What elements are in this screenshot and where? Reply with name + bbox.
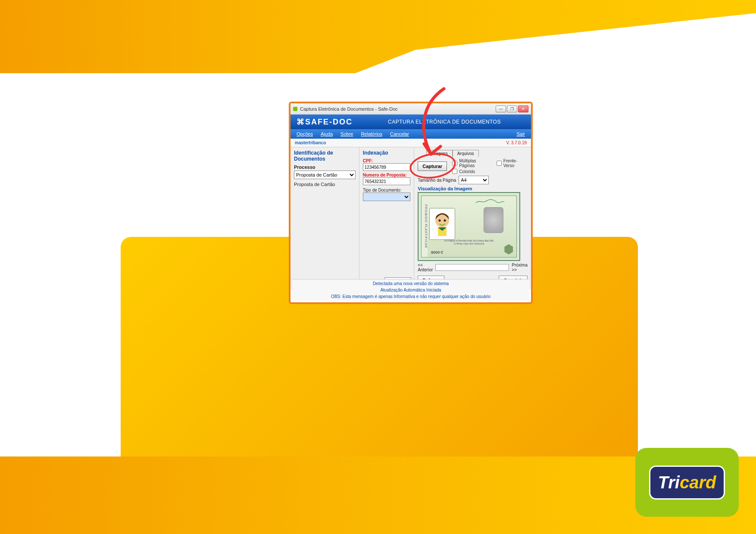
id-fingerprint <box>484 207 503 233</box>
panel-indexacao: Indexação CPF: Numero de Proposta: Tipo … <box>359 147 415 289</box>
window-title: Captura Eletrônica de Documentos - Safe-… <box>300 106 493 112</box>
id-crest-icon <box>504 244 513 255</box>
numprop-input[interactable] <box>363 177 411 185</box>
colorido-checkbox[interactable] <box>452 169 457 174</box>
banner-caption: CAPTURA ELETRÔNICA DE DOCUMENTOS <box>364 119 525 125</box>
id-number: 2-0008 <box>431 250 443 255</box>
page-number-input[interactable] <box>435 264 509 271</box>
proxima-link[interactable]: Próxima >> <box>512 263 528 272</box>
id-proibido-text: PROIBIDO PLASTIFICAR <box>422 196 428 257</box>
tab-arquivos[interactable]: Arquivos <box>453 150 479 157</box>
status-line-1: Detectada uma nova versão do sistema <box>292 280 529 287</box>
menu-ajuda[interactable]: Ajuda <box>321 131 333 137</box>
anterior-link[interactable]: << Anterior <box>418 263 433 272</box>
id-photo <box>429 208 455 240</box>
close-button[interactable]: ✕ <box>518 106 528 112</box>
id-state-line2: SECRETARIA DE SEGURANÇA PÚBLICA <box>444 239 494 242</box>
multipaginas-checkbox[interactable] <box>452 161 457 166</box>
tricard-suffix: card <box>680 473 716 492</box>
colorido-label: Colorido <box>459 169 475 174</box>
menu-cancelar[interactable]: Cancelar <box>390 131 409 137</box>
app-name: SAFE-DOC <box>305 118 353 126</box>
capture-row: Capturar Múltiplas Páginas Frente-Verso … <box>418 158 528 174</box>
page-nav-row: << Anterior Próxima >> <box>418 263 528 272</box>
id-state-text: ESTADO DE SÃO PAULO SECRETARIA DE SEGURA… <box>422 239 516 245</box>
numprop-label: Numero de Proposta: <box>363 173 411 177</box>
colorido-check[interactable]: Colorido <box>452 169 528 174</box>
image-tabs: Imagens Arquivos <box>426 150 528 157</box>
app-logo-text: ⌘SAFE-DOC <box>297 117 353 127</box>
version-label: V. 3.7.0.19 <box>506 140 527 145</box>
tipodoc-select[interactable] <box>363 192 411 201</box>
status-line-3: OBS: Esta mensagem é apenas Informativa … <box>292 293 529 300</box>
menu-bar: Opções Ajuda Sobre Relatórios Cancelar S… <box>291 129 531 139</box>
tab-imagens[interactable]: Imagens <box>426 150 452 157</box>
cpf-input[interactable] <box>363 163 411 171</box>
status-line-2: Atualização Automática Iniciada <box>292 287 529 293</box>
processo-value-text: Proposta de Cartão <box>294 182 356 187</box>
frenteverso-check[interactable]: Frente-Verso <box>497 158 528 168</box>
meta-bar: mastertribanco V. 3.7.0.19 <box>291 139 531 147</box>
menu-relatorios[interactable]: Relatórios <box>361 131 382 137</box>
pagesize-label: Tamanho da Página <box>418 178 456 183</box>
svg-point-1 <box>439 220 441 222</box>
safedoc-window: Captura Eletrônica de Documentos - Safe-… <box>289 102 533 304</box>
pagesize-select[interactable]: A4 <box>459 176 489 184</box>
app-banner: ⌘SAFE-DOC CAPTURA ELETRÔNICA DE DOCUMENT… <box>291 115 531 129</box>
app-icon <box>293 107 297 111</box>
image-preview: PROIBIDO PLASTIFICAR <box>418 192 520 261</box>
processo-select[interactable]: Proposta de Cartão <box>294 171 356 179</box>
main-columns: Identificação de Documentos Processo Pro… <box>291 147 531 289</box>
id-document-image: PROIBIDO PLASTIFICAR <box>421 196 517 258</box>
window-controls: — ❐ ✕ <box>496 106 528 112</box>
id-state-line1: ESTADO DE SÃO PAULO <box>454 242 484 245</box>
viz-title: Visualização da Imagem <box>418 186 528 191</box>
cartoon-face-icon <box>432 211 453 237</box>
maximize-button[interactable]: ❐ <box>507 106 517 112</box>
status-bar: Detectada uma nova versão do sistema Atu… <box>292 279 529 301</box>
panel-imagem: Imagens Arquivos Capturar Múltiplas Pági… <box>414 147 531 289</box>
capturar-button[interactable]: Capturar <box>418 161 447 171</box>
minimize-button[interactable]: — <box>496 106 506 112</box>
ident-title: Identificação de Documentos <box>294 150 356 162</box>
menu-opcoes[interactable]: Opções <box>297 131 313 137</box>
tricard-prefix: Tri <box>658 473 680 492</box>
menu-sobre[interactable]: Sobre <box>341 131 353 137</box>
frenteverso-checkbox[interactable] <box>497 161 502 166</box>
pagesize-row: Tamanho da Página A4 <box>418 176 528 184</box>
multipaginas-label: Múltiplas Páginas <box>459 158 492 168</box>
slide-top-wave <box>0 0 756 73</box>
menu-sair[interactable]: Sair <box>516 131 525 137</box>
frenteverso-label: Frente-Verso <box>503 158 528 168</box>
svg-point-2 <box>444 220 446 222</box>
multipaginas-check[interactable]: Múltiplas Páginas <box>452 158 492 168</box>
id-signature <box>475 199 505 205</box>
current-user: mastertribanco <box>295 140 326 145</box>
titlebar: Captura Eletrônica de Documentos - Safe-… <box>291 103 531 115</box>
tricard-wordmark: Tricard <box>649 466 725 500</box>
panel-identificacao: Identificação de Documentos Processo Pro… <box>291 147 359 289</box>
tricard-logo: Tricard <box>635 448 739 517</box>
tipodoc-label: Tipo de Documento: <box>363 188 411 192</box>
cpf-label: CPF: <box>363 158 411 163</box>
index-title: Indexação <box>363 150 411 156</box>
processo-label: Processo <box>294 165 356 170</box>
